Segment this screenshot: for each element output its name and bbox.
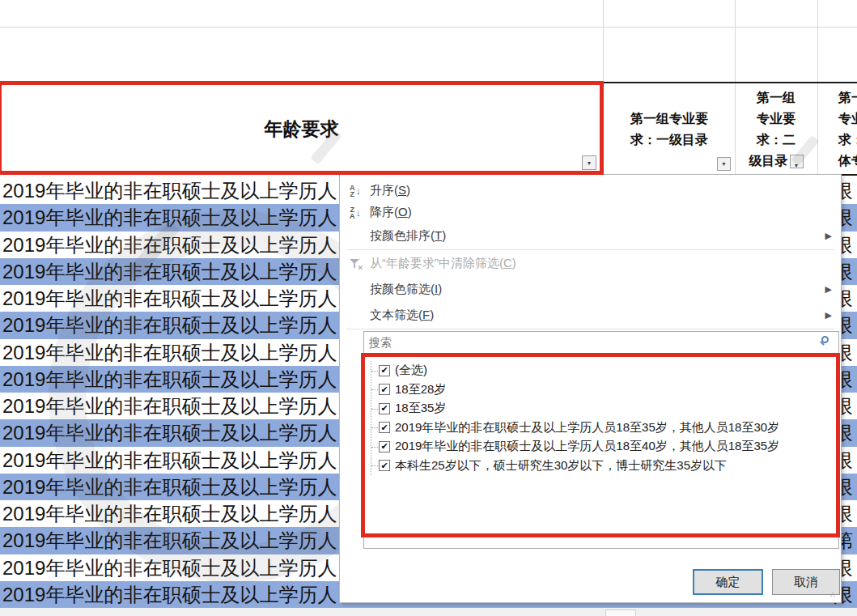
filter-checklist: ✔(全选)✔18至28岁✔18至35岁✔2019年毕业的非在职硕士及以上学历人员… [371, 361, 837, 475]
filter-dropdown-button-level2[interactable]: ▼ [790, 155, 804, 168]
cancel-button-label: 取消 [794, 575, 818, 590]
row-cell-text: 2019年毕业的非在职硕士及以上学历人 [2, 177, 337, 204]
row-cell-text: 2019年毕业的非在职硕士及以上学历人 [2, 419, 337, 446]
menu-item-text-filters[interactable]: 文本筛选(F) ▶ [341, 303, 840, 328]
filter-checklist-item[interactable]: ✔本科生25岁以下，硕士研究生30岁以下，博士研究生35岁以下 [371, 457, 837, 476]
menu-item-clear-filter: ✕ 从“年龄要求”中清除筛选(C) [341, 252, 840, 275]
filter-dropdown-button-age[interactable]: ▼ [582, 155, 596, 170]
menu-item-sort-ascending[interactable]: AZ↓ 升序(S) [341, 180, 840, 202]
excel-filter-screenshot: 年龄要求 ▼ 第一组专业要 求：一级目录 ▼ 第一组 专业要 求：二 级目录▼ … [0, 0, 857, 616]
row-cell-text: 2019年毕业的非在职硕士及以上学历人 [2, 339, 337, 366]
row-cell-text: 2019年毕业的非在职硕士及以上学历人 [2, 366, 337, 393]
row-cell-text: 2019年毕业的非在职硕士及以上学历人 [2, 258, 337, 285]
row-cell-text: 2019年毕业的非在职硕士及以上学历人 [2, 554, 337, 581]
column-header-age[interactable]: 年龄要求 [0, 84, 603, 174]
header-line: 求：一级目录 [604, 130, 735, 151]
filter-checklist-item[interactable]: ✔18至35岁 [371, 399, 837, 418]
menu-item-label: 按颜色筛选(I) [370, 282, 442, 297]
filter-value-listbox: ✔(全选)✔18至28岁✔18至35岁✔2019年毕业的非在职硕士及以上学历人员… [363, 355, 839, 549]
checkbox-checked-icon[interactable]: ✔ [379, 460, 390, 471]
submenu-arrow-icon: ▶ [825, 284, 832, 295]
dropdown-arrow-icon: ▼ [794, 163, 800, 168]
filter-checklist-item[interactable]: ✔(全选) [371, 361, 837, 380]
menu-item-label: 从“年龄要求”中清除筛选(C) [370, 256, 516, 271]
checklist-item-label: (全选) [395, 363, 427, 378]
row-cell-text: 2019年毕业的非在职硕士及以上学历人 [2, 474, 337, 500]
bottom-strip [0, 607, 857, 616]
sort-descending-icon: ZA↓ [345, 206, 366, 219]
menu-separator [346, 249, 834, 250]
search-icon[interactable] [819, 336, 832, 349]
filter-checklist-item[interactable]: ✔2019年毕业的非在职硕士及以上学历人员18至35岁，其他人员18至30岁 [371, 418, 837, 438]
filter-checklist-item[interactable]: ✔18至28岁 [371, 380, 837, 400]
header-line: 第一组 [817, 87, 857, 108]
header-line: 求：二 [735, 130, 817, 151]
column-header-group1-level1[interactable]: 第一组专业要 求：一级目录 [604, 84, 735, 175]
row-cell-text: 2019年毕业的非在职硕士及以上学历人 [2, 500, 337, 527]
menu-item-sort-descending[interactable]: ZA↓ 降序(O) [341, 202, 840, 223]
row-cell-text: 2019年毕业的非在职硕士及以上学历人 [2, 232, 337, 258]
row-cell-text: 2019年毕业的非在职硕士及以上学历人 [2, 393, 337, 419]
filter-dropdown-menu: AZ↓ 升序(S) ZA↓ 降序(O) 按颜色排序(T) ▶ ✕ 从“年龄要求”… [339, 174, 842, 603]
checklist-item-label: 本科生25岁以下，硕士研究生30岁以下，博士研究生35岁以下 [395, 458, 727, 474]
checklist-item-label: 2019年毕业的非在职硕士及以上学历人员18至35岁，其他人员18至30岁 [395, 420, 779, 435]
dropdown-arrow-icon: ▼ [721, 161, 727, 167]
search-input[interactable] [363, 331, 839, 354]
menu-item-label: 降序(O) [370, 205, 412, 220]
gridline [0, 27, 857, 28]
row-cell-text: 2019年毕业的非在职硕士及以上学历人 [2, 527, 337, 554]
row-cell-text: 2019年毕业的非在职硕士及以上学历人 [2, 447, 337, 474]
checklist-item-label: 18至35岁 [395, 401, 446, 416]
row-cell-text: 2019年毕业的非在职硕士及以上学历人 [2, 285, 337, 312]
ok-button[interactable]: 确定 [693, 569, 763, 595]
checkbox-checked-icon[interactable]: ✔ [379, 441, 390, 452]
header-line: 第一组 [735, 87, 817, 108]
menu-item-sort-by-color[interactable]: 按颜色排序(T) ▶ [341, 223, 840, 248]
header-line: 级目录▼ [735, 151, 817, 172]
filter-checklist-item[interactable]: ✔2019年毕业的非在职硕士及以上学历人员18至40岁，其他人员18至35岁 [371, 437, 837, 457]
filter-dropdown-button-level1[interactable]: ▼ [717, 157, 731, 171]
ok-button-label: 确定 [716, 575, 740, 590]
column-header-group1-level2[interactable]: 第一组 专业要 求：二 级目录▼ [735, 84, 817, 175]
submenu-arrow-icon: ▶ [825, 231, 832, 241]
checkbox-checked-icon[interactable]: ✔ [379, 422, 390, 433]
row-cell-text: 2019年毕业的非在职硕士及以上学历人 [2, 581, 337, 608]
scrollbar-knob[interactable] [605, 610, 636, 616]
sort-ascending-icon: AZ↓ [345, 185, 366, 198]
menu-item-label: 按颜色排序(T) [370, 228, 446, 244]
checkbox-checked-icon[interactable]: ✔ [379, 365, 390, 376]
column-header-age-label: 年龄要求 [265, 117, 339, 142]
dropdown-arrow-icon: ▼ [587, 160, 592, 166]
checklist-item-label: 2019年毕业的非在职硕士及以上学历人员18至40岁，其他人员18至35岁 [395, 439, 779, 454]
header-top-border [576, 82, 857, 83]
checklist-item-label: 18至28岁 [395, 382, 446, 397]
row-cell-text: 2019年毕业的非在职硕士及以上学历人 [2, 204, 337, 231]
resize-grip[interactable]: ∴ [830, 590, 836, 599]
header-line: 专业要 [735, 108, 817, 130]
header-line: 求：具 [817, 130, 857, 151]
header-line: 专业要 [817, 108, 857, 130]
menu-item-filter-by-color[interactable]: 按颜色筛选(I) ▶ [341, 277, 840, 302]
clear-filter-icon: ✕ [345, 258, 366, 270]
checkbox-checked-icon[interactable]: ✔ [379, 384, 390, 395]
menu-item-label: 文本筛选(F) [370, 308, 434, 323]
header-line: 体专业 [817, 151, 857, 172]
menu-item-label: 升序(S) [370, 183, 410, 198]
submenu-arrow-icon: ▶ [825, 310, 832, 321]
checkbox-checked-icon[interactable]: ✔ [379, 403, 390, 414]
row-cell-text: 2019年毕业的非在职硕士及以上学历人 [2, 312, 337, 338]
column-header-group1-specific[interactable]: 第一组 专业要 求：具 体专业 [817, 84, 857, 175]
menu-separator [346, 329, 834, 329]
header-line: 第一组专业要 [604, 108, 735, 130]
